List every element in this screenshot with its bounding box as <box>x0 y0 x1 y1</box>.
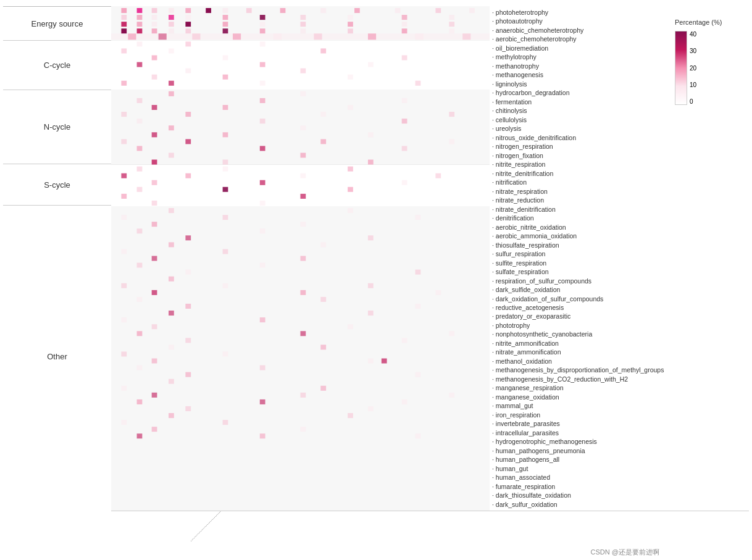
svg-rect-99 <box>185 112 191 117</box>
rl-oil: · oil_bioremediation <box>492 44 669 52</box>
svg-rect-60 <box>128 33 136 40</box>
rl-human-gut: · human_gut <box>492 464 669 473</box>
svg-rect-196 <box>301 393 306 398</box>
svg-rect-78 <box>137 62 143 67</box>
svg-rect-110 <box>121 139 127 144</box>
svg-rect-68 <box>462 33 470 40</box>
rl-nitrate-ammoni: · nitrate_ammonification <box>492 348 669 356</box>
svg-rect-28 <box>152 15 157 20</box>
svg-rect-148 <box>185 235 191 240</box>
svg-rect-188 <box>137 366 143 370</box>
svg-rect-25 <box>469 8 475 13</box>
svg-rect-106 <box>301 125 306 130</box>
svg-rect-149 <box>368 235 374 240</box>
svg-rect-116 <box>402 146 407 151</box>
label-n-cycle: N-cycle <box>3 90 111 164</box>
svg-rect-122 <box>137 167 143 172</box>
svg-rect-10 <box>111 165 490 206</box>
svg-rect-23 <box>395 8 401 13</box>
x-axis-labels: ........................................… <box>111 511 749 541</box>
svg-rect-30 <box>185 15 191 20</box>
svg-rect-183 <box>320 345 326 349</box>
svg-rect-83 <box>152 75 157 80</box>
svg-rect-146 <box>137 228 143 233</box>
svg-rect-37 <box>121 22 127 27</box>
legend: Percentage (%) 40 30 20 10 0 <box>669 6 749 511</box>
svg-rect-201 <box>185 406 191 411</box>
svg-rect-169 <box>185 304 191 309</box>
label-energy-source: Energy source <box>3 6 111 40</box>
svg-rect-212 <box>382 358 387 363</box>
legend-title: Percentage (%) <box>675 19 749 26</box>
legend-content: 40 30 20 10 0 <box>675 31 749 107</box>
svg-rect-101 <box>449 112 454 117</box>
heatmap-container <box>111 6 490 511</box>
svg-rect-12 <box>121 8 127 13</box>
svg-rect-197 <box>449 393 454 398</box>
svg-rect-131 <box>402 180 407 185</box>
svg-rect-84 <box>223 75 228 80</box>
rl-anaerobic-chemo: · anaerobic_chemoheterotrophy <box>492 26 669 35</box>
svg-rect-210 <box>260 433 265 438</box>
svg-rect-137 <box>152 201 157 206</box>
legend-val-0: 0 <box>690 98 696 105</box>
rl-mammal-gut: · mammal_gut <box>492 401 669 410</box>
rl-aerobic-nitrite: · aerobic_nitrite_oxidation <box>492 223 669 232</box>
svg-rect-100 <box>320 112 326 117</box>
svg-rect-200 <box>402 399 407 404</box>
label-s-cycle: S-cycle <box>3 164 111 205</box>
legend-color-bar <box>675 31 687 105</box>
rl-nitrification: · nitrification <box>492 178 669 186</box>
svg-rect-186 <box>152 358 157 363</box>
svg-rect-92 <box>137 98 143 103</box>
rl-nonphoto-cyano: · nonphotosynthetic_cyanobacteria <box>492 330 669 338</box>
svg-rect-199 <box>260 399 265 404</box>
rl-photoautotrophy: · photoautotrophy <box>492 17 669 25</box>
svg-rect-42 <box>223 22 228 27</box>
svg-rect-208 <box>301 427 306 432</box>
svg-rect-121 <box>368 160 374 165</box>
svg-rect-126 <box>185 173 191 178</box>
svg-rect-71 <box>260 41 265 46</box>
rl-photoheterotrophy: · photoheterotrophy <box>492 8 669 17</box>
rl-phototrophy: · phototrophy <box>492 321 669 330</box>
svg-rect-114 <box>137 146 143 151</box>
rl-nitrite-resp: · nitrite_respiration <box>492 160 669 169</box>
svg-rect-57 <box>402 28 407 33</box>
svg-rect-193 <box>121 386 127 391</box>
svg-rect-21 <box>320 8 326 13</box>
rl-manganese-resp: · manganese_respiration <box>492 383 669 392</box>
legend-val-40: 40 <box>690 31 696 38</box>
svg-rect-91 <box>301 91 306 96</box>
svg-rect-22 <box>354 8 360 13</box>
svg-rect-67 <box>416 33 424 40</box>
rl-aerobic-chemo: · aerobic_chemoheterotrophy <box>492 35 669 43</box>
svg-rect-109 <box>368 132 374 137</box>
svg-rect-173 <box>121 317 127 322</box>
svg-rect-140 <box>348 208 353 213</box>
svg-rect-39 <box>152 22 157 27</box>
rl-chitinolysis: · chitinolysis <box>492 106 669 115</box>
svg-rect-198 <box>137 399 143 404</box>
rl-dark-oxidation-sulfur: · dark_oxidation_of_sulfur_compounds <box>492 295 669 303</box>
svg-rect-152 <box>121 249 127 254</box>
svg-rect-159 <box>416 270 421 275</box>
svg-rect-111 <box>185 139 191 144</box>
svg-rect-130 <box>260 180 265 185</box>
svg-rect-89 <box>416 81 421 86</box>
svg-rect-16 <box>185 8 191 13</box>
svg-rect-175 <box>152 324 157 329</box>
svg-rect-13 <box>137 8 143 13</box>
svg-rect-171 <box>169 311 174 316</box>
svg-rect-53 <box>223 28 228 33</box>
heatmap-svg <box>111 6 490 511</box>
rl-nitrate-red: · nitrate_reduction <box>492 196 669 204</box>
svg-rect-132 <box>137 187 143 192</box>
svg-rect-64 <box>274 33 282 40</box>
legend-tick-labels: 40 30 20 10 0 <box>690 31 696 105</box>
svg-rect-73 <box>169 48 174 53</box>
svg-rect-19 <box>246 8 252 13</box>
rl-human-assoc: · human_associated <box>492 473 669 482</box>
svg-rect-94 <box>402 98 407 103</box>
heatmap-and-labels: · photoheterotrophy · photoautotrophy · … <box>111 6 749 511</box>
